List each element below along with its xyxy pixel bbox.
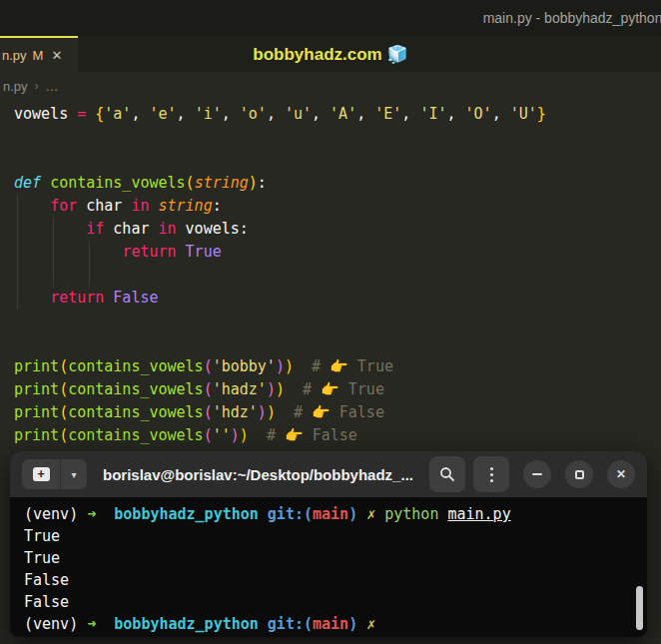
code-line: return True [14,241,661,264]
code-line [14,310,661,332]
code-area[interactable]: vowels = {'a', 'e', 'i', 'o', 'u', 'A', … [0,100,661,447]
editor-tab-bar: n.py M ✕ bobbyhadz.com 🧊 [0,36,661,72]
kebab-menu-icon [490,467,493,482]
terminal-scrollbar[interactable] [636,586,643,630]
code-line: print(contains_vowels('')) # 👉 False [14,424,661,447]
new-tab-split-button[interactable]: + ▾ [22,459,87,489]
maximize-button[interactable] [565,460,593,488]
chevron-down-icon: ▾ [71,469,76,480]
code-line [14,149,661,172]
code-line: print(contains_vowels('bobby')) # 👉 True [14,355,661,378]
code-line: print(contains_vowels('hdz')) # 👉 False [14,401,661,424]
terminal-line: True [24,547,647,569]
chevron-right-icon: › [35,79,39,93]
breadcrumb-ellipsis[interactable]: … [46,79,59,94]
search-button[interactable] [429,456,465,492]
minimize-icon [532,473,542,475]
code-line [14,264,661,287]
code-line: if char in vowels: [14,218,661,241]
menu-button[interactable] [473,456,509,492]
terminal-line: (venv) ➜ bobbyhadz_python git:(main) ✗ p… [24,503,647,525]
indent-guide [89,241,90,287]
indent-guide [53,218,54,287]
tab-close-icon[interactable]: ✕ [51,48,62,63]
git-modified-badge: M [33,48,44,63]
terminal-titlebar[interactable]: + ▾ borislav@borislav:~/Desktop/bobbyhad… [10,451,647,497]
maximize-icon [575,470,584,479]
new-tab-icon: + [33,467,50,481]
tab-label: n.py [2,48,27,63]
terminal-line: False [24,569,647,591]
breadcrumb[interactable]: n.py › … [0,72,661,100]
code-line [14,332,661,355]
terminal-line: True [24,525,647,547]
watermark-title: bobbyhadz.com 🧊 [0,36,661,72]
terminal-window[interactable]: + ▾ borislav@borislav:~/Desktop/bobbyhad… [10,451,647,637]
terminal-title: borislav@borislav:~/Desktop/bobbyhadz_..… [95,466,421,483]
code-line: for char in string: [14,195,661,218]
code-line [14,126,661,149]
minimize-button[interactable] [523,460,551,488]
close-button[interactable]: ✕ [607,460,635,488]
terminal-line: False [24,591,647,613]
code-line: return False [14,287,661,310]
window-titlebar: main.py - bobbyhadz_python - [0,0,661,36]
breadcrumb-file[interactable]: n.py [3,79,28,94]
close-icon: ✕ [616,468,626,480]
terminal-line: (venv) ➜ bobbyhadz_python git:(main) ✗ [24,613,647,635]
code-line: def contains_vowels(string): [14,172,661,195]
search-icon [439,466,455,482]
tab-main-py[interactable]: n.py M ✕ [0,36,78,72]
code-line: print(contains_vowels('hadz')) # 👉 True [14,378,661,401]
terminal-output[interactable]: (venv) ➜ bobbyhadz_python git:(main) ✗ p… [10,497,647,637]
code-line: vowels = {'a', 'e', 'i', 'o', 'u', 'A', … [14,103,661,126]
terminal-lines: (venv) ➜ bobbyhadz_python git:(main) ✗ p… [24,503,647,635]
new-tab-button[interactable]: + [22,459,60,489]
indent-guide [17,195,18,310]
new-tab-dropdown-button[interactable]: ▾ [61,459,87,489]
window-title: main.py - bobbyhadz_python - [483,10,661,26]
